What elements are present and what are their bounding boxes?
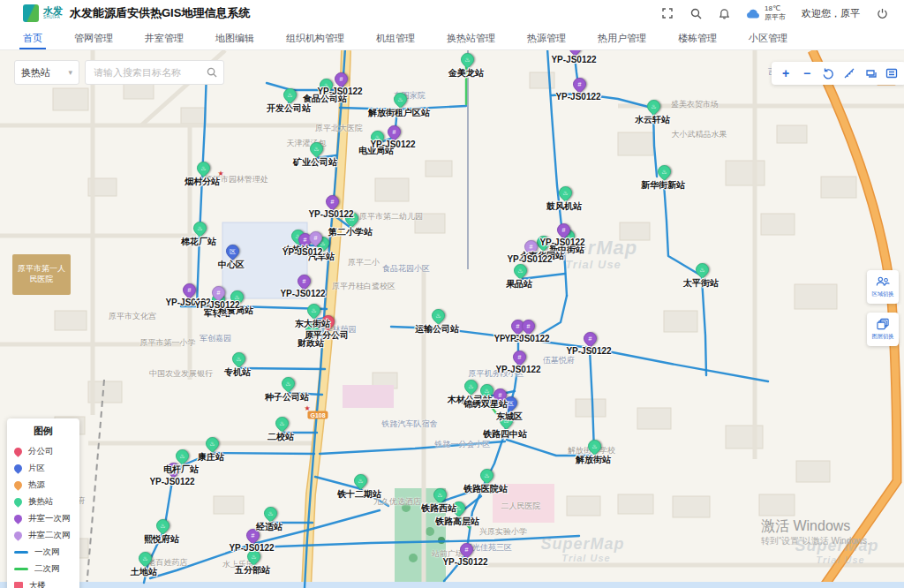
poi-label: 原平市文化宫 (109, 311, 156, 322)
pipe-network-layer (0, 0, 904, 588)
legend-item-label: 一次网 (34, 547, 60, 558)
search-input-icon[interactable] (207, 67, 217, 78)
station-label: YP-JS0122 (194, 300, 239, 310)
pin-glyph: # (327, 196, 338, 207)
reset-view-button[interactable] (817, 63, 839, 84)
poi-label: 大小武精品水果 (672, 129, 727, 140)
tab-组织机构管理[interactable]: 组织机构管理 (286, 26, 344, 49)
supermap-watermark: Trial Use (816, 554, 864, 565)
hospital-block: 原平市第一人民医院 (12, 254, 71, 295)
map-canvas[interactable]: 原平市第一人民医院 ♨开发公司站♨食品公司站♨金美龙站♨解放街租户区站♨电业局站… (0, 0, 904, 588)
pin-glyph: # (213, 287, 224, 298)
station-label: 种子公司站 (265, 391, 309, 403)
station-label: YP-JS012. (282, 247, 325, 257)
poi-label: 中国农业发展银行 (149, 368, 213, 380)
pin-glyph: # (335, 73, 347, 85)
tab-热源管理[interactable]: 热源管理 (527, 26, 566, 49)
pin-glyph: # (558, 224, 569, 236)
tab-地图编辑[interactable]: 地图编辑 (215, 26, 254, 49)
station-label: YP-JS0122 (504, 334, 549, 343)
pin-glyph: # (514, 351, 525, 363)
tab-楼栋管理[interactable]: 楼栋管理 (678, 26, 717, 49)
station-label: YP-JS0122 (317, 87, 362, 96)
station-label: YP-JS0122 (442, 557, 487, 567)
pin-glyph: ♨ (308, 305, 320, 316)
pin-glyph: ♨ (198, 162, 209, 174)
legend-item: 片区 (14, 460, 72, 477)
tab-换热站管理[interactable]: 换热站管理 (447, 26, 495, 49)
zoom-in-button[interactable]: + (775, 63, 796, 84)
legend-item-label: 大楼 (29, 580, 46, 588)
logo-text: 水发 SHUIFA (43, 6, 63, 20)
legend-item-label: 换热站 (28, 496, 54, 508)
layer-switch-button[interactable]: 图层切换 (867, 313, 899, 346)
pin-glyph: # (184, 284, 195, 296)
weather-widget: 18℃ 原平市 (746, 4, 786, 21)
bell-icon[interactable] (718, 7, 730, 19)
welcome-text: 欢迎您，原平 (802, 7, 860, 20)
app-header: 水发 SHUIFA 水发能源盾安供热GIS地理信息系统 18℃ 原平市 欢迎您，… (0, 0, 904, 27)
search-input-wrap (85, 60, 224, 85)
measure-distance-button[interactable] (839, 63, 860, 84)
station-label: 铁路高层站 (435, 516, 479, 528)
station-label: 矿业公司站 (293, 156, 337, 169)
pin-glyph: ♨ (465, 381, 477, 392)
area-switch-button[interactable]: 区域切换 (867, 270, 899, 304)
station-label: 电杆厂站 (163, 464, 199, 476)
layer-list-button[interactable] (881, 63, 902, 84)
tab-小区管理[interactable]: 小区管理 (749, 26, 787, 49)
tab-机组管理[interactable]: 机组管理 (376, 26, 415, 49)
poi-label: 伍基悦府 (543, 355, 575, 366)
station-label: YP-JS0122 (507, 254, 552, 264)
station-label: YP-JS0122 (566, 346, 611, 356)
tab-井室管理[interactable]: 井室管理 (145, 26, 184, 49)
station-label: 二校站 (267, 431, 294, 443)
windows-activate-subtext: 转到“设置”以激活 Windows。 (761, 535, 876, 547)
search-input[interactable] (92, 66, 203, 79)
station-label: YP-JS0122 (539, 237, 584, 247)
station-label: 金美龙站 (448, 67, 484, 79)
pin-glyph: ♨ (265, 508, 276, 519)
users-icon (876, 275, 890, 288)
station-label: 解放街租户区站 (368, 107, 430, 119)
poi-label: 原平丹桂白鹭校区 (332, 281, 396, 292)
zoom-out-button[interactable]: − (796, 63, 817, 84)
pin-glyph: # (388, 126, 400, 138)
pin-glyph: ♨ (659, 166, 670, 177)
station-label: 铁路医院站 (463, 483, 508, 495)
poi-label: 食品花园小区 (382, 263, 430, 275)
tab-热用户管理[interactable]: 热用户管理 (598, 26, 646, 49)
legend-pin-icon (12, 496, 24, 508)
legend-item-label: 井室二次网 (28, 530, 71, 541)
tab-管网管理[interactable]: 管网管理 (74, 26, 113, 49)
legend-item-label: 热源 (28, 479, 45, 491)
pin-glyph: ♨ (434, 489, 446, 501)
station-label: 铁十二期站 (337, 488, 381, 501)
area-switch-label: 区域切换 (871, 290, 893, 298)
search-icon[interactable] (689, 7, 702, 19)
tab-首页[interactable]: 首页 (23, 26, 42, 49)
pin-glyph: ♨ (515, 265, 526, 276)
pin-glyph: ♨ (282, 378, 294, 389)
supermap-watermark: Trial Use (561, 553, 610, 563)
station-label: YP-JS0122 (229, 543, 274, 553)
station-label: YP-JS0122 (149, 477, 194, 486)
legend-pin-icon (12, 530, 24, 541)
logout-icon[interactable] (876, 7, 888, 19)
pin-glyph: ♨ (233, 353, 245, 365)
poi-label: 兴原实验小学 (479, 526, 527, 538)
pin-glyph: ♨ (311, 143, 322, 155)
pin-glyph: ♨ (355, 475, 366, 486)
map-toolbar: + − (772, 62, 904, 85)
map-legend: 图例 分公司片区热源换热站井室一次网井室二次网一次网二次网大楼 (7, 418, 79, 588)
station-label: 锦绣双星站 (463, 398, 508, 411)
pin-glyph: # (298, 275, 310, 287)
pin-glyph: ♨ (276, 418, 288, 429)
pipe-line (254, 536, 579, 547)
windows-activate-watermark: 激活 Windows (761, 517, 850, 536)
search-category-select[interactable]: 换热站 ▾ (14, 60, 79, 85)
fullscreen-icon[interactable] (661, 7, 674, 19)
poi-label: 军创嘉园 (200, 333, 231, 344)
legend-square-icon (14, 582, 23, 588)
draw-area-button[interactable] (860, 63, 881, 84)
